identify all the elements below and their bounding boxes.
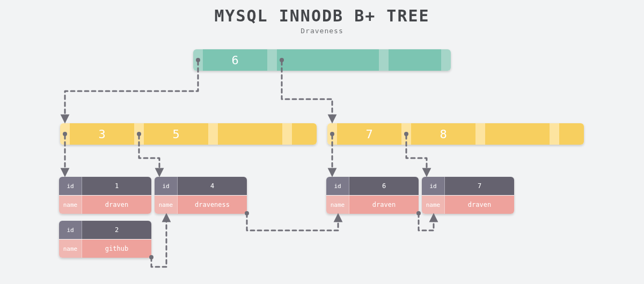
record-4-id-value: 4 <box>178 177 247 195</box>
root-key-0: 6 <box>203 49 267 71</box>
root-ptr-1 <box>267 49 277 71</box>
root-ptr-3 <box>441 49 451 71</box>
root-fill-1 <box>277 49 379 71</box>
internal-left: 3 5 <box>60 123 317 145</box>
int-r-fill-2 <box>559 123 584 145</box>
int-r-ptr-0 <box>327 123 337 145</box>
int-l-key-1: 5 <box>144 123 208 145</box>
record-7-name-label: name <box>422 196 445 214</box>
record-7-name-value: draven <box>445 196 514 214</box>
record-7: id 7 name draven <box>422 177 514 214</box>
int-r-key-0: 7 <box>337 123 401 145</box>
record-2-name-label: name <box>59 240 82 258</box>
diagram-subtitle: Draveness <box>0 27 644 35</box>
record-1-name-value: draven <box>82 196 151 214</box>
root-node: 6 <box>193 49 451 71</box>
root-ptr-0 <box>193 49 203 71</box>
int-l-ptr-1 <box>134 123 144 145</box>
record-4: id 4 name draveness <box>155 177 247 214</box>
int-r-ptr-1 <box>401 123 411 145</box>
internal-right: 7 8 <box>327 123 584 145</box>
record-7-id-value: 7 <box>445 177 514 195</box>
int-l-key-0: 3 <box>70 123 134 145</box>
int-l-fill-1 <box>218 123 282 145</box>
int-l-ptr-3 <box>282 123 292 145</box>
record-2: id 2 name github <box>59 221 151 258</box>
int-r-fill-1 <box>485 123 550 145</box>
record-6-name-value: draven <box>349 196 419 214</box>
int-r-key-1: 8 <box>411 123 475 145</box>
root-ptr-2 <box>379 49 389 71</box>
record-6-id-label: id <box>326 177 349 195</box>
record-4-name-label: name <box>155 196 178 214</box>
record-7-id-label: id <box>422 177 445 195</box>
int-r-ptr-2 <box>475 123 485 145</box>
record-1-id-value: 1 <box>82 177 151 195</box>
record-6-name-label: name <box>326 196 349 214</box>
record-6-id-value: 6 <box>349 177 419 195</box>
record-4-name-value: draveness <box>178 196 247 214</box>
diagram-title: MYSQL INNODB B+ TREE <box>0 6 644 25</box>
int-l-fill-2 <box>292 123 317 145</box>
int-l-ptr-0 <box>60 123 70 145</box>
record-1-id-label: id <box>59 177 82 195</box>
record-2-id-label: id <box>59 221 82 239</box>
record-1-name-label: name <box>59 196 82 214</box>
root-fill-2 <box>389 49 441 71</box>
record-1: id 1 name draven <box>59 177 151 214</box>
int-l-ptr-2 <box>208 123 218 145</box>
record-4-id-label: id <box>155 177 178 195</box>
record-2-name-value: github <box>82 240 151 258</box>
record-6: id 6 name draven <box>326 177 419 214</box>
record-2-id-value: 2 <box>82 221 151 239</box>
int-r-ptr-3 <box>550 123 559 145</box>
